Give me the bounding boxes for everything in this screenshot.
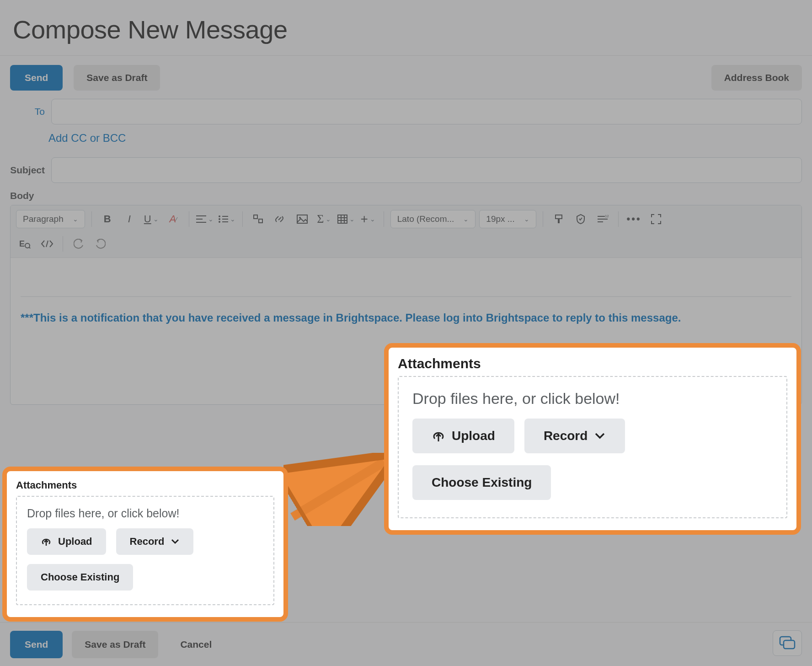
equation-button[interactable]: Σ⌄	[315, 210, 333, 228]
svg-text:E: E	[19, 239, 25, 248]
svg-line-27	[46, 241, 48, 247]
upload-label: Upload	[58, 536, 92, 548]
insert-more-button[interactable]: +⌄	[359, 210, 377, 228]
svg-rect-13	[338, 215, 347, 223]
redo-button[interactable]	[91, 235, 110, 253]
chevron-down-icon: ⌄	[463, 215, 469, 223]
table-button[interactable]: ⌄	[337, 210, 355, 228]
chevron-down-icon: ⌄	[524, 215, 529, 223]
to-field-row: To	[0, 99, 812, 124]
align-button[interactable]: ⌄	[196, 210, 214, 228]
upload-button[interactable]: Upload	[27, 528, 106, 555]
toolbar-separator	[543, 211, 543, 227]
attachments-callout-large: Attachments Drop files here, or click be…	[384, 343, 801, 535]
choose-existing-button[interactable]: Choose Existing	[27, 564, 133, 591]
font-select-label: Lato (Recom...	[397, 214, 454, 224]
chevron-down-icon: ⌄	[370, 215, 375, 223]
subject-input[interactable]	[51, 157, 802, 183]
upload-button-large[interactable]: Upload	[412, 419, 514, 453]
more-actions-button[interactable]: •••	[625, 210, 643, 228]
to-input[interactable]	[51, 99, 802, 124]
toolbar-separator	[242, 211, 243, 227]
chevron-down-icon: ⌄	[208, 215, 214, 223]
chevron-down-icon: ⌄	[73, 215, 78, 223]
choose-existing-button-large[interactable]: Choose Existing	[412, 465, 551, 500]
attachments-dropzone[interactable]: Drop files here, or click below! Upload …	[16, 496, 274, 605]
chat-bubble-button[interactable]	[773, 630, 802, 656]
svg-rect-9	[254, 215, 257, 219]
cancel-button[interactable]: Cancel	[167, 631, 224, 658]
add-cc-bcc-link[interactable]: Add CC or BCC	[0, 124, 812, 154]
editor-toolbar-row2: E	[16, 235, 796, 253]
font-size-select[interactable]: 19px ... ⌄	[479, 210, 536, 228]
insert-link-button[interactable]	[271, 210, 289, 228]
chevron-down-icon: ⌄	[349, 215, 355, 223]
address-book-button[interactable]: Address Book	[711, 65, 802, 91]
svg-rect-29	[784, 640, 795, 649]
font-select[interactable]: Lato (Recom... ⌄	[390, 210, 476, 228]
svg-rect-11	[297, 215, 307, 223]
save-draft-button-bottom[interactable]: Save as Draft	[72, 631, 158, 658]
word-count-button[interactable]: 123	[593, 210, 612, 228]
upload-label-large: Upload	[452, 429, 495, 443]
undo-button[interactable]	[69, 235, 88, 253]
attachments-title-large: Attachments	[398, 356, 787, 371]
source-code-button[interactable]	[38, 235, 56, 253]
record-button[interactable]: Record	[116, 528, 194, 555]
attachments-title: Attachments	[16, 479, 274, 491]
dropzone-text-large: Drop files here, or click below!	[412, 390, 773, 408]
toolbar-separator	[384, 211, 384, 227]
send-button[interactable]: Send	[10, 65, 63, 91]
chevron-down-icon	[171, 538, 180, 545]
svg-rect-19	[558, 219, 560, 223]
svg-line-26	[29, 247, 31, 248]
format-painter-button[interactable]	[550, 210, 568, 228]
chevron-down-icon: ⌄	[230, 215, 235, 223]
attachments-dropzone-large[interactable]: Drop files here, or click below! Upload …	[398, 376, 787, 518]
choose-existing-label-large: Choose Existing	[432, 475, 532, 490]
insert-image-button[interactable]	[293, 210, 311, 228]
subject-field-row: Subject	[0, 157, 812, 183]
dropzone-text: Drop files here, or click below!	[27, 507, 263, 520]
top-button-row: Send Save as Draft Address Book	[0, 56, 812, 95]
upload-icon	[432, 430, 445, 442]
list-button[interactable]: ⌄	[218, 210, 236, 228]
save-draft-button[interactable]: Save as Draft	[74, 65, 160, 91]
editor-notification-text: ***This is a notification that you have …	[21, 310, 791, 326]
record-button-large[interactable]: Record	[524, 419, 625, 453]
body-label: Body	[0, 183, 812, 205]
svg-line-33	[293, 462, 384, 517]
svg-point-7	[219, 221, 220, 223]
svg-rect-10	[259, 219, 262, 223]
send-button-bottom[interactable]: Send	[10, 631, 63, 658]
insert-quicklink-button[interactable]	[249, 210, 267, 228]
svg-point-25	[25, 243, 30, 248]
svg-rect-18	[556, 215, 562, 219]
svg-point-3	[219, 215, 220, 217]
preview-button[interactable]: E	[16, 235, 34, 253]
record-label: Record	[130, 536, 165, 548]
font-size-label: 19px ...	[486, 214, 514, 224]
chevron-down-icon	[594, 432, 606, 440]
svg-text:123: 123	[605, 215, 609, 218]
accessibility-checker-button[interactable]	[572, 210, 590, 228]
fullscreen-button[interactable]	[647, 210, 665, 228]
page-title: Compose New Message	[0, 0, 812, 55]
italic-button[interactable]: I	[120, 210, 139, 228]
toolbar-separator	[63, 236, 63, 252]
choose-existing-label: Choose Existing	[41, 571, 119, 583]
svg-point-5	[219, 218, 220, 220]
paragraph-select[interactable]: Paragraph ⌄	[16, 210, 85, 228]
toolbar-separator	[189, 211, 189, 227]
toolbar-separator	[91, 211, 92, 227]
editor-horizontal-rule	[21, 296, 791, 297]
upload-icon	[41, 537, 52, 547]
text-color-button[interactable]: A⁄	[164, 210, 182, 228]
subject-label: Subject	[10, 165, 51, 176]
bold-button[interactable]: B	[98, 210, 117, 228]
record-label-large: Record	[544, 429, 588, 443]
toolbar-separator	[618, 211, 619, 227]
chevron-down-icon: ⌄	[153, 215, 159, 223]
underline-button[interactable]: U⌄	[142, 210, 160, 228]
editor-toolbar: Paragraph ⌄ B I U⌄ A⁄ ⌄ ⌄	[11, 205, 801, 258]
